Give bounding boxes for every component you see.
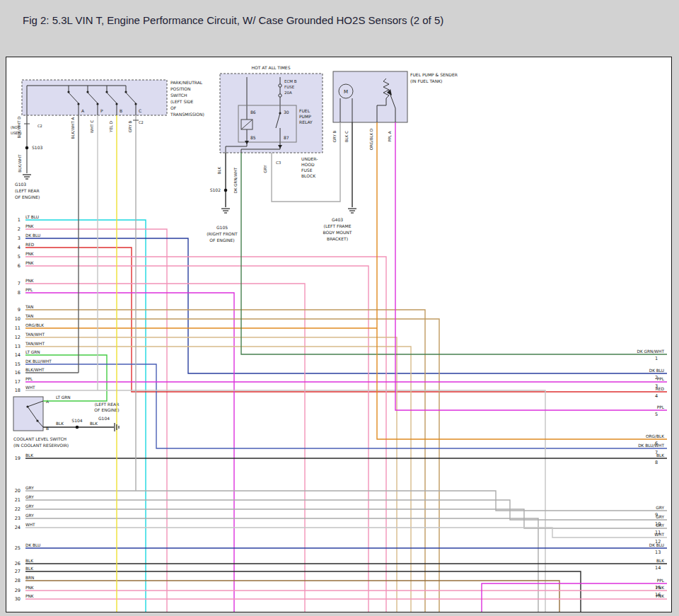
left-row-number: 22 <box>15 506 21 512</box>
connector-c2-label: C2 <box>139 120 144 124</box>
connector-c3-label: C3 <box>276 161 282 165</box>
left-row-number: 10 <box>15 316 21 322</box>
ground-g103-label: OF ENGINE) <box>15 194 40 199</box>
wiring-diagram: A P B C PARK/NEUTRAL POSITION SWITCH (LE… <box>6 57 672 612</box>
park-switch-label: SWITCH <box>170 93 187 98</box>
wires-layer <box>25 115 667 612</box>
ground-g403-label: BRACKET) <box>327 236 348 241</box>
left-row-number: 20 <box>15 488 21 494</box>
terminal-letter: B <box>120 108 122 113</box>
left-row-wire-color: PNK <box>25 261 34 265</box>
left-row-wire-color: LT BLU <box>25 215 39 219</box>
left-row-wire-color: TAN <box>25 314 33 318</box>
right-row-wire-color: BLK <box>656 559 664 563</box>
wire-pnk <box>25 266 368 612</box>
left-row-wire-color: TAN <box>25 305 33 309</box>
right-row-number: 4 <box>655 393 658 399</box>
left-row-wire-color: BRN <box>25 576 34 580</box>
park-neutral-switch: A P B C PARK/NEUTRAL POSITION SWITCH (LE… <box>11 80 204 199</box>
wire-dk-blu-wht <box>25 364 667 448</box>
relay-pin-85: 85 <box>250 135 256 140</box>
wire-gry <box>25 491 667 511</box>
left-row-number: 4 <box>18 245 21 250</box>
left-row-number: 29 <box>15 588 21 593</box>
fuse-block-box <box>220 74 323 153</box>
left-row-wire-color: BLK/WHT <box>25 368 45 372</box>
splices-grounds-layer <box>23 120 356 431</box>
left-row-wire-color: WHT <box>25 385 35 390</box>
right-row-number: 5 <box>655 412 658 417</box>
park-switch-label: (LEFT SIDE <box>170 99 194 104</box>
right-row-wire-color: DK BLU <box>649 368 664 373</box>
left-row-number: 28 <box>15 578 21 583</box>
ground-g403-label: (LEFT FRAME <box>324 223 352 228</box>
right-row-wire-color: DK GRN/WHT <box>637 349 664 354</box>
left-row-number: 3 <box>18 236 21 241</box>
wire-gry <box>25 518 538 612</box>
wire-ppl <box>482 583 667 612</box>
splice-s103-label: S103 <box>32 145 42 150</box>
wire-label-blk-c: BLK C <box>344 131 349 142</box>
wire-label-gry-b: GRY B <box>128 120 132 132</box>
left-row-wire-color: TAN/WHT <box>25 342 45 346</box>
diagram-canvas: A P B C PARK/NEUTRAL POSITION SWITCH (LE… <box>6 57 671 612</box>
ground-g103-label: G103 <box>15 182 26 187</box>
left-row-number: 6 <box>18 263 21 269</box>
splice-dot <box>76 426 79 429</box>
wire-red <box>25 248 667 392</box>
left-row-number: 14 <box>15 352 21 358</box>
right-row-wire-color: GRY <box>656 515 664 519</box>
wire-ppl <box>395 122 667 410</box>
wire-tan-wht <box>25 337 397 612</box>
relay-contact-dot <box>279 112 281 114</box>
right-row-wire-color: RED <box>656 387 665 391</box>
not-used-note: (NOT <box>11 125 21 129</box>
left-row-wire-color: BLK <box>25 453 33 458</box>
left-row-number: 13 <box>15 344 21 349</box>
right-row-wire-color: ORG/BLK <box>646 434 664 438</box>
terminal-letter: C <box>139 108 141 113</box>
ground-g104-label: G104 <box>98 416 110 421</box>
left-row-number: 18 <box>15 388 21 393</box>
left-row-number: 15 <box>15 361 21 367</box>
left-row-wire-color: DK BLU/WHT <box>25 359 52 364</box>
left-row-wire-color: ORG/BLK <box>25 323 44 327</box>
right-row-number: 8 <box>655 460 658 465</box>
wire-label-gry-b: GRY B <box>332 130 337 142</box>
fuse-label: ECM B <box>284 79 297 83</box>
coolant-switch-label: COOLANT LEVEL SWITCH <box>13 436 66 441</box>
left-row-number: 27 <box>15 569 21 574</box>
coolant-switch-box <box>13 397 43 431</box>
left-row-wire-color: PNK <box>25 594 34 598</box>
left-row-number: 7 <box>18 281 21 286</box>
splice-s102-label: S102 <box>210 187 221 192</box>
contact-dot <box>36 419 38 422</box>
wire-tan-wht <box>25 347 411 612</box>
connector-c2-label: C2 <box>37 124 42 128</box>
left-row-number: 9 <box>18 307 21 313</box>
underhood-label: UNDER- <box>301 156 318 161</box>
left-row-number: 24 <box>15 525 21 530</box>
left-row-wire-color: PNK <box>25 252 34 256</box>
left-row-wire-color: GRY <box>25 495 34 499</box>
park-switch-label: OF <box>170 105 177 110</box>
right-row-number: 13 <box>655 550 661 555</box>
ground-g104-location: (LEFT REAR <box>95 402 120 407</box>
figure-title: Fig 2: 5.3L VIN T, Engine Performance Ci… <box>23 14 679 26</box>
left-row-wire-color: DK BLU <box>25 543 40 547</box>
left-row-wire-color: WHT <box>25 523 35 527</box>
left-row-number: 25 <box>15 545 21 551</box>
wire-label-yel-d: YEL D <box>109 121 113 133</box>
coolant-wire-blk2: BLK <box>90 422 98 426</box>
contact-dot <box>26 405 28 407</box>
ground-g103-label: (LEFT REAR <box>15 188 40 193</box>
wire-dk-blu <box>25 238 667 373</box>
coolant-terminal-b: B <box>46 426 49 431</box>
underhood-label: HOOD <box>301 162 315 167</box>
left-row-number: 11 <box>15 325 21 331</box>
left-row-wire-color: PPL <box>25 288 33 292</box>
left-row-wire-color: PNK <box>25 586 34 590</box>
left-row-wire-color: PPL <box>25 377 33 381</box>
coolant-wire-ltgrn: LT GRN <box>56 395 71 400</box>
ground-g104-location: OF ENGINE) <box>94 407 119 412</box>
